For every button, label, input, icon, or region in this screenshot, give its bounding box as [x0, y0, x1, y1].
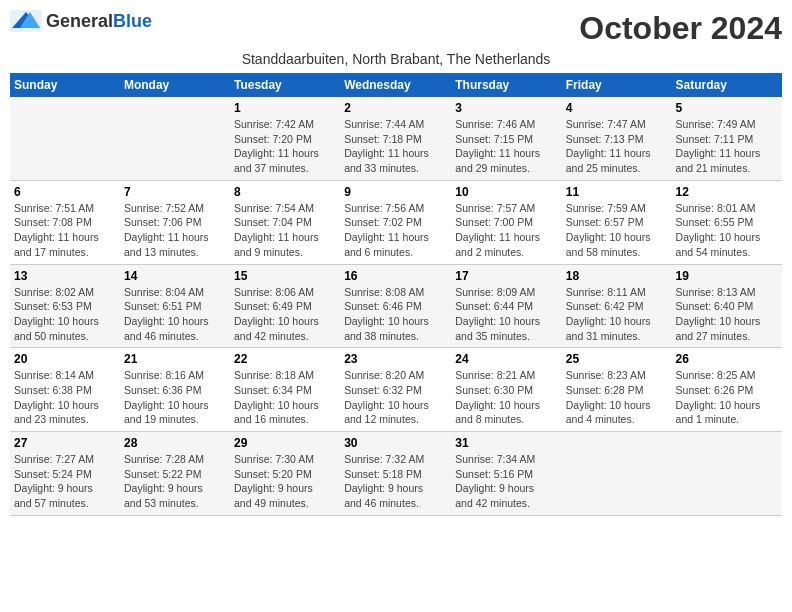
calendar-header: SundayMondayTuesdayWednesdayThursdayFrid… [10, 73, 782, 97]
day-info: Sunrise: 7:57 AM Sunset: 7:00 PM Dayligh… [455, 201, 557, 260]
calendar-cell: 25Sunrise: 8:23 AM Sunset: 6:28 PM Dayli… [562, 348, 672, 432]
calendar-cell: 7Sunrise: 7:52 AM Sunset: 7:06 PM Daylig… [120, 180, 230, 264]
day-number: 20 [14, 352, 116, 366]
month-title: October 2024 [579, 10, 782, 47]
day-info: Sunrise: 8:14 AM Sunset: 6:38 PM Dayligh… [14, 368, 116, 427]
calendar-cell: 10Sunrise: 7:57 AM Sunset: 7:00 PM Dayli… [451, 180, 561, 264]
day-info: Sunrise: 8:01 AM Sunset: 6:55 PM Dayligh… [676, 201, 778, 260]
calendar-cell: 30Sunrise: 7:32 AM Sunset: 5:18 PM Dayli… [340, 432, 451, 516]
day-number: 1 [234, 101, 336, 115]
day-info: Sunrise: 8:21 AM Sunset: 6:30 PM Dayligh… [455, 368, 557, 427]
calendar-cell: 18Sunrise: 8:11 AM Sunset: 6:42 PM Dayli… [562, 264, 672, 348]
day-number: 22 [234, 352, 336, 366]
day-info: Sunrise: 8:09 AM Sunset: 6:44 PM Dayligh… [455, 285, 557, 344]
calendar-cell: 13Sunrise: 8:02 AM Sunset: 6:53 PM Dayli… [10, 264, 120, 348]
header-row: SundayMondayTuesdayWednesdayThursdayFrid… [10, 73, 782, 97]
day-info: Sunrise: 8:04 AM Sunset: 6:51 PM Dayligh… [124, 285, 226, 344]
day-info: Sunrise: 7:51 AM Sunset: 7:08 PM Dayligh… [14, 201, 116, 260]
day-info: Sunrise: 7:32 AM Sunset: 5:18 PM Dayligh… [344, 452, 447, 511]
day-info: Sunrise: 7:44 AM Sunset: 7:18 PM Dayligh… [344, 117, 447, 176]
calendar-cell [672, 432, 782, 516]
day-info: Sunrise: 8:18 AM Sunset: 6:34 PM Dayligh… [234, 368, 336, 427]
day-number: 26 [676, 352, 778, 366]
day-number: 21 [124, 352, 226, 366]
day-info: Sunrise: 7:28 AM Sunset: 5:22 PM Dayligh… [124, 452, 226, 511]
calendar-week-2: 6Sunrise: 7:51 AM Sunset: 7:08 PM Daylig… [10, 180, 782, 264]
day-number: 29 [234, 436, 336, 450]
day-number: 6 [14, 185, 116, 199]
day-number: 30 [344, 436, 447, 450]
weekday-header-tuesday: Tuesday [230, 73, 340, 97]
calendar-week-1: 1Sunrise: 7:42 AM Sunset: 7:20 PM Daylig… [10, 97, 782, 180]
day-number: 7 [124, 185, 226, 199]
weekday-header-monday: Monday [120, 73, 230, 97]
calendar-cell: 22Sunrise: 8:18 AM Sunset: 6:34 PM Dayli… [230, 348, 340, 432]
weekday-header-friday: Friday [562, 73, 672, 97]
logo: GeneralBlue [10, 10, 152, 32]
calendar-cell: 5Sunrise: 7:49 AM Sunset: 7:11 PM Daylig… [672, 97, 782, 180]
day-number: 2 [344, 101, 447, 115]
calendar-cell: 27Sunrise: 7:27 AM Sunset: 5:24 PM Dayli… [10, 432, 120, 516]
calendar-cell: 12Sunrise: 8:01 AM Sunset: 6:55 PM Dayli… [672, 180, 782, 264]
day-info: Sunrise: 8:25 AM Sunset: 6:26 PM Dayligh… [676, 368, 778, 427]
calendar-cell: 14Sunrise: 8:04 AM Sunset: 6:51 PM Dayli… [120, 264, 230, 348]
day-info: Sunrise: 7:30 AM Sunset: 5:20 PM Dayligh… [234, 452, 336, 511]
calendar-cell: 4Sunrise: 7:47 AM Sunset: 7:13 PM Daylig… [562, 97, 672, 180]
calendar-cell: 6Sunrise: 7:51 AM Sunset: 7:08 PM Daylig… [10, 180, 120, 264]
calendar-cell: 3Sunrise: 7:46 AM Sunset: 7:15 PM Daylig… [451, 97, 561, 180]
calendar-cell: 17Sunrise: 8:09 AM Sunset: 6:44 PM Dayli… [451, 264, 561, 348]
day-number: 13 [14, 269, 116, 283]
calendar-cell: 1Sunrise: 7:42 AM Sunset: 7:20 PM Daylig… [230, 97, 340, 180]
day-info: Sunrise: 7:42 AM Sunset: 7:20 PM Dayligh… [234, 117, 336, 176]
day-info: Sunrise: 7:27 AM Sunset: 5:24 PM Dayligh… [14, 452, 116, 511]
weekday-header-saturday: Saturday [672, 73, 782, 97]
day-info: Sunrise: 7:47 AM Sunset: 7:13 PM Dayligh… [566, 117, 668, 176]
calendar-cell: 29Sunrise: 7:30 AM Sunset: 5:20 PM Dayli… [230, 432, 340, 516]
calendar-week-4: 20Sunrise: 8:14 AM Sunset: 6:38 PM Dayli… [10, 348, 782, 432]
day-info: Sunrise: 8:20 AM Sunset: 6:32 PM Dayligh… [344, 368, 447, 427]
day-number: 19 [676, 269, 778, 283]
day-info: Sunrise: 8:23 AM Sunset: 6:28 PM Dayligh… [566, 368, 668, 427]
day-number: 4 [566, 101, 668, 115]
day-number: 23 [344, 352, 447, 366]
day-number: 18 [566, 269, 668, 283]
day-number: 14 [124, 269, 226, 283]
day-info: Sunrise: 7:52 AM Sunset: 7:06 PM Dayligh… [124, 201, 226, 260]
logo-icon [10, 10, 42, 32]
day-number: 11 [566, 185, 668, 199]
calendar-cell: 2Sunrise: 7:44 AM Sunset: 7:18 PM Daylig… [340, 97, 451, 180]
calendar-table: SundayMondayTuesdayWednesdayThursdayFrid… [10, 73, 782, 516]
calendar-cell: 26Sunrise: 8:25 AM Sunset: 6:26 PM Dayli… [672, 348, 782, 432]
day-info: Sunrise: 7:34 AM Sunset: 5:16 PM Dayligh… [455, 452, 557, 511]
weekday-header-wednesday: Wednesday [340, 73, 451, 97]
calendar-cell: 19Sunrise: 8:13 AM Sunset: 6:40 PM Dayli… [672, 264, 782, 348]
day-info: Sunrise: 8:06 AM Sunset: 6:49 PM Dayligh… [234, 285, 336, 344]
logo-general-text: General [46, 11, 113, 31]
day-number: 5 [676, 101, 778, 115]
calendar-cell: 21Sunrise: 8:16 AM Sunset: 6:36 PM Dayli… [120, 348, 230, 432]
day-info: Sunrise: 7:56 AM Sunset: 7:02 PM Dayligh… [344, 201, 447, 260]
day-number: 27 [14, 436, 116, 450]
calendar-cell: 20Sunrise: 8:14 AM Sunset: 6:38 PM Dayli… [10, 348, 120, 432]
calendar-body: 1Sunrise: 7:42 AM Sunset: 7:20 PM Daylig… [10, 97, 782, 515]
day-number: 31 [455, 436, 557, 450]
calendar-cell: 11Sunrise: 7:59 AM Sunset: 6:57 PM Dayli… [562, 180, 672, 264]
weekday-header-sunday: Sunday [10, 73, 120, 97]
day-number: 9 [344, 185, 447, 199]
calendar-cell: 23Sunrise: 8:20 AM Sunset: 6:32 PM Dayli… [340, 348, 451, 432]
day-info: Sunrise: 8:11 AM Sunset: 6:42 PM Dayligh… [566, 285, 668, 344]
day-number: 17 [455, 269, 557, 283]
calendar-cell [10, 97, 120, 180]
calendar-cell: 9Sunrise: 7:56 AM Sunset: 7:02 PM Daylig… [340, 180, 451, 264]
day-info: Sunrise: 7:54 AM Sunset: 7:04 PM Dayligh… [234, 201, 336, 260]
day-number: 8 [234, 185, 336, 199]
calendar-week-3: 13Sunrise: 8:02 AM Sunset: 6:53 PM Dayli… [10, 264, 782, 348]
logo-blue-text: Blue [113, 11, 152, 31]
day-info: Sunrise: 8:02 AM Sunset: 6:53 PM Dayligh… [14, 285, 116, 344]
day-number: 24 [455, 352, 557, 366]
day-number: 15 [234, 269, 336, 283]
day-info: Sunrise: 7:49 AM Sunset: 7:11 PM Dayligh… [676, 117, 778, 176]
calendar-week-5: 27Sunrise: 7:27 AM Sunset: 5:24 PM Dayli… [10, 432, 782, 516]
day-info: Sunrise: 8:16 AM Sunset: 6:36 PM Dayligh… [124, 368, 226, 427]
calendar-cell: 31Sunrise: 7:34 AM Sunset: 5:16 PM Dayli… [451, 432, 561, 516]
